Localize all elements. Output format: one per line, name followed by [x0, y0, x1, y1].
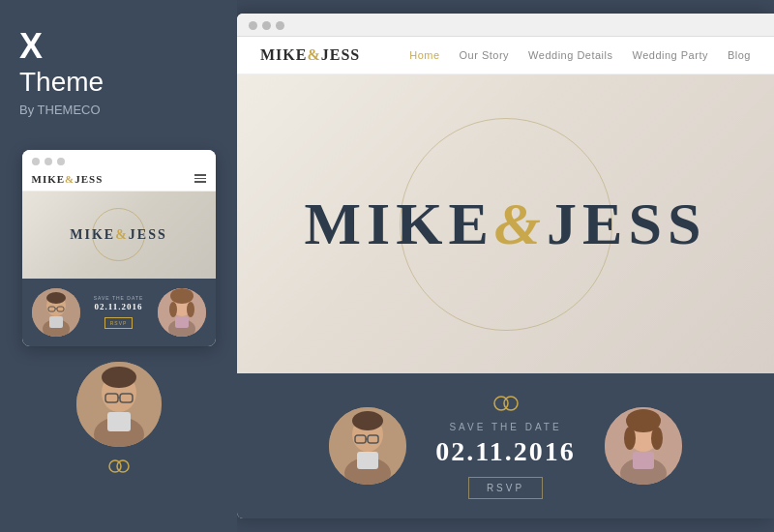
svg-rect-41 — [633, 452, 654, 469]
mobile-nav: MIKE&JESS — [22, 169, 216, 192]
dot-1 — [32, 158, 40, 165]
mobile-save-label: SAVE THE DATE — [86, 295, 152, 301]
svg-rect-14 — [175, 316, 189, 328]
hero-ampersand: & — [494, 191, 547, 256]
svg-point-34 — [504, 397, 518, 410]
svg-point-38 — [624, 427, 636, 450]
svg-rect-7 — [49, 316, 63, 328]
website-logo: MIKE&JESS — [260, 46, 360, 64]
svg-point-10 — [170, 288, 194, 304]
nav-blog[interactable]: Blog — [728, 49, 751, 61]
woman-avatar — [605, 407, 682, 485]
svg-point-11 — [169, 302, 177, 317]
chrome-dot-1 — [249, 21, 257, 30]
mobile-hero: MIKE&JESS — [22, 192, 216, 279]
theme-label: Theme — [19, 66, 104, 99]
svg-point-27 — [352, 411, 383, 430]
svg-point-2 — [46, 292, 66, 304]
man-avatar — [329, 407, 406, 485]
nav-wedding-party[interactable]: Wedding Party — [633, 49, 708, 61]
sidebar-avatar — [76, 362, 162, 447]
mobile-rsvp: RSVP — [104, 317, 134, 329]
hamburger-icon — [194, 174, 206, 183]
mobile-save-date-info: SAVE THE DATE 02.11.2016 RSVP — [80, 295, 158, 329]
mobile-titlebar — [22, 150, 216, 169]
rings-icon — [107, 458, 131, 479]
logo-ampersand: & — [307, 46, 320, 63]
dot-2 — [45, 158, 52, 165]
mobile-date: 02.11.2016 — [86, 302, 152, 311]
svg-point-24 — [117, 460, 129, 472]
svg-point-12 — [187, 302, 194, 317]
by-label: By THEMECO — [19, 103, 101, 117]
svg-point-17 — [102, 367, 136, 388]
mobile-avatar-man — [32, 288, 80, 337]
x-logo: X — [19, 29, 43, 64]
rsvp-button[interactable]: RSVP — [468, 477, 543, 499]
browser-chrome — [237, 14, 774, 37]
svg-rect-32 — [357, 452, 378, 469]
main-preview: MIKE&JESS Home Our Story Wedding Details… — [237, 14, 774, 518]
mobile-preview-card: MIKE&JESS MIKE&JESS — [22, 150, 216, 346]
svg-point-39 — [651, 427, 663, 450]
save-date-rings-icon — [435, 393, 575, 418]
sidebar-header: X Theme By THEMECO — [19, 29, 218, 117]
svg-rect-22 — [107, 412, 131, 431]
website-hero: MIKE&JESS — [237, 74, 774, 373]
mobile-avatar-woman — [158, 288, 206, 337]
hero-title: MIKE&JESS — [305, 190, 707, 258]
save-date-section: SAVE THE DATE 02.11.2016 RSVP — [237, 373, 774, 518]
chrome-dot-3 — [276, 21, 284, 30]
nav-our-story[interactable]: Our Story — [460, 49, 510, 61]
mobile-hero-text: MIKE&JESS — [70, 227, 166, 243]
save-the-date-label: SAVE THE DATE — [435, 422, 575, 432]
nav-links: Home Our Story Wedding Details Wedding P… — [409, 49, 751, 61]
save-date-info: SAVE THE DATE 02.11.2016 RSVP — [435, 393, 575, 499]
chrome-dot-2 — [262, 21, 271, 30]
mobile-logo: MIKE&JESS — [32, 173, 104, 185]
website-nav: MIKE&JESS Home Our Story Wedding Details… — [237, 37, 774, 74]
sidebar: X Theme By THEMECO MIKE&JESS MIKE&JESS — [0, 0, 237, 532]
nav-wedding-details[interactable]: Wedding Details — [528, 49, 612, 61]
nav-home[interactable]: Home — [409, 49, 439, 61]
dot-3 — [57, 158, 65, 165]
mobile-save-date-section: SAVE THE DATE 02.11.2016 RSVP — [22, 279, 216, 346]
date-display: 02.11.2016 — [435, 436, 575, 467]
